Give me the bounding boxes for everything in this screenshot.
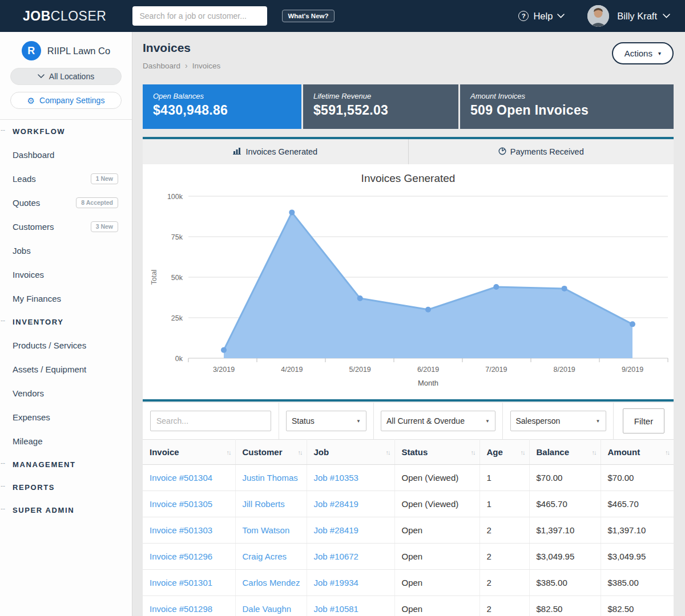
invoices-generated-chart: 0k25k50k75k100k3/20194/20195/20196/20197… bbox=[143, 187, 674, 394]
column-header-balance[interactable]: Balance↑↓ bbox=[529, 440, 601, 465]
sidebar-item-products-services[interactable]: Products / Services bbox=[0, 333, 132, 357]
breadcrumb-dashboard[interactable]: Dashboard bbox=[143, 62, 180, 70]
current-overdue-select[interactable]: All Current & Overdue ▼ bbox=[381, 411, 495, 431]
chevron-down-icon bbox=[663, 14, 670, 18]
tab-label: Invoices Generated bbox=[245, 147, 317, 156]
sort-icon[interactable]: ↑↓ bbox=[227, 449, 231, 456]
stat-value: $591,552.03 bbox=[313, 103, 448, 118]
svg-text:8/2019: 8/2019 bbox=[554, 366, 575, 374]
topbar-right: ? Help Billy Kraft bbox=[518, 5, 670, 27]
customer-cell[interactable]: Jill Roberts bbox=[235, 491, 307, 517]
balance-cell: $82.50 bbox=[529, 596, 601, 616]
all-locations-dropdown[interactable]: All Locations bbox=[10, 68, 122, 85]
help-menu[interactable]: ? Help bbox=[518, 11, 565, 22]
sort-icon[interactable]: ↑↓ bbox=[298, 449, 302, 456]
sidebar-item-label: Products / Services bbox=[13, 341, 86, 350]
whats-new-button[interactable]: What's New? bbox=[282, 10, 334, 22]
sidebar-item-jobs[interactable]: Jobs bbox=[0, 238, 132, 262]
column-header-amount[interactable]: Amount↑↓ bbox=[601, 440, 674, 465]
status-cell: Open (Viewed) bbox=[394, 465, 480, 491]
company-header[interactable]: R RIIPL Lawn Co bbox=[0, 41, 132, 60]
column-header-customer[interactable]: Customer↑↓ bbox=[235, 440, 307, 465]
filter-button[interactable]: Filter bbox=[623, 408, 664, 433]
global-search-input[interactable] bbox=[132, 6, 267, 26]
amount-cell: $3,049.95 bbox=[601, 544, 674, 570]
select-caret-icon: ▼ bbox=[356, 419, 361, 424]
invoice-cell[interactable]: Invoice #501304 bbox=[143, 465, 235, 491]
user-avatar[interactable] bbox=[587, 5, 609, 27]
sidebar-item-label: My Finances bbox=[13, 294, 61, 303]
sidebar-item-invoices[interactable]: Invoices bbox=[0, 262, 132, 286]
balance-cell: $385.00 bbox=[529, 570, 601, 596]
column-header-invoice[interactable]: Invoice↑↓ bbox=[143, 440, 235, 465]
job-cell[interactable]: Job #10353 bbox=[307, 465, 394, 491]
balance-cell: $1,397.10 bbox=[529, 517, 601, 544]
user-menu[interactable]: Billy Kraft bbox=[617, 11, 670, 22]
actions-button[interactable]: Actions ▾ bbox=[612, 42, 674, 64]
job-cell[interactable]: Job #10581 bbox=[307, 596, 394, 616]
sidebar-item-leads[interactable]: Leads1 New bbox=[0, 167, 132, 191]
sidebar-item-customers[interactable]: Customers3 New bbox=[0, 214, 132, 238]
stat-label: Open Balances bbox=[153, 92, 291, 100]
sidebar-section-inventory[interactable]: INVENTORY bbox=[0, 310, 132, 333]
sidebar-item-dashboard[interactable]: Dashboard bbox=[0, 143, 132, 167]
company-settings-button[interactable]: ⚙ Company Settings bbox=[10, 92, 122, 109]
invoice-cell[interactable]: Invoice #501301 bbox=[143, 570, 235, 596]
sidebar-item-expenses[interactable]: Expenses bbox=[0, 405, 132, 429]
sort-icon[interactable]: ↑↓ bbox=[471, 449, 475, 456]
column-header-status[interactable]: Status↑↓ bbox=[394, 440, 480, 465]
table-row: Invoice #501303Tom WatsonJob #28419Open2… bbox=[143, 517, 674, 544]
sort-icon[interactable]: ↑↓ bbox=[592, 449, 596, 456]
invoice-cell[interactable]: Invoice #501305 bbox=[143, 491, 235, 517]
sort-icon[interactable]: ↑↓ bbox=[521, 449, 525, 456]
sidebar-section-super-admin[interactable]: SUPER ADMIN bbox=[0, 499, 132, 521]
customer-cell[interactable]: Carlos Mendez bbox=[235, 570, 307, 596]
status-select[interactable]: Status ▼ bbox=[286, 411, 366, 431]
tab-invoices-generated[interactable]: Invoices Generated bbox=[143, 139, 409, 164]
sort-icon[interactable]: ↑↓ bbox=[665, 449, 669, 456]
job-cell[interactable]: Job #19934 bbox=[307, 570, 394, 596]
job-cell[interactable]: Job #10672 bbox=[307, 544, 394, 570]
salesperson-select[interactable]: Salesperson ▼ bbox=[510, 411, 606, 431]
customer-cell[interactable]: Tom Watson bbox=[235, 517, 307, 544]
customer-cell[interactable]: Craig Acres bbox=[235, 544, 307, 570]
table-row: Invoice #501305Jill RobertsJob #28419Ope… bbox=[143, 491, 674, 517]
sidebar-item-assets-equipment[interactable]: Assets / Equipment bbox=[0, 357, 132, 381]
table-search-input[interactable] bbox=[150, 411, 271, 431]
sidebar-section-reports[interactable]: REPORTS bbox=[0, 476, 132, 499]
salesperson-value: Salesperson bbox=[516, 416, 561, 425]
chevron-down-icon bbox=[38, 74, 45, 79]
column-header-age[interactable]: Age↑↓ bbox=[480, 440, 529, 465]
column-header-job[interactable]: Job↑↓ bbox=[307, 440, 394, 465]
sidebar-item-label: Dashboard bbox=[13, 150, 54, 160]
invoice-cell[interactable]: Invoice #501296 bbox=[143, 544, 235, 570]
job-cell[interactable]: Job #28419 bbox=[307, 491, 394, 517]
logo-light: CLOSER bbox=[51, 9, 107, 23]
balance-cell: $70.00 bbox=[529, 465, 601, 491]
invoice-cell[interactable]: Invoice #501303 bbox=[143, 517, 235, 544]
app-logo[interactable]: JOBCLOSER bbox=[23, 9, 106, 24]
sidebar-item-vendors[interactable]: Vendors bbox=[0, 381, 132, 405]
all-locations-label: All Locations bbox=[49, 72, 94, 81]
select-caret-icon: ▼ bbox=[596, 419, 601, 424]
svg-text:5/2019: 5/2019 bbox=[349, 366, 371, 374]
sidebar-nav: WORKFLOWDashboardLeads1 NewQuotes8 Accep… bbox=[0, 120, 132, 521]
sidebar-section-management[interactable]: MANAGEMENT bbox=[0, 453, 132, 476]
customer-cell[interactable]: Justin Thomas bbox=[235, 465, 307, 491]
stat-value: 509 Open Invoices bbox=[470, 103, 663, 118]
sidebar-item-mileage[interactable]: Mileage bbox=[0, 429, 132, 453]
sidebar-item-my-finances[interactable]: My Finances bbox=[0, 286, 132, 310]
column-header-label: Invoice bbox=[150, 447, 179, 457]
svg-text:6/2019: 6/2019 bbox=[417, 366, 439, 374]
sidebar-section-workflow[interactable]: WORKFLOW bbox=[0, 120, 132, 143]
job-cell[interactable]: Job #28419 bbox=[307, 517, 394, 544]
invoice-cell[interactable]: Invoice #501298 bbox=[143, 596, 235, 616]
tab-payments-received[interactable]: Payments Received bbox=[409, 139, 674, 164]
sidebar-item-quotes[interactable]: Quotes8 Accepted bbox=[0, 191, 132, 214]
help-label: Help bbox=[533, 11, 553, 22]
bar-chart-icon bbox=[233, 147, 241, 156]
customer-cell[interactable]: Dale Vaughn bbox=[235, 596, 307, 616]
stats-row: Open Balances$430,948.86Lifetime Revenue… bbox=[143, 84, 674, 129]
sort-icon[interactable]: ↑↓ bbox=[386, 449, 390, 456]
sidebar-item-label: Mileage bbox=[13, 436, 43, 446]
